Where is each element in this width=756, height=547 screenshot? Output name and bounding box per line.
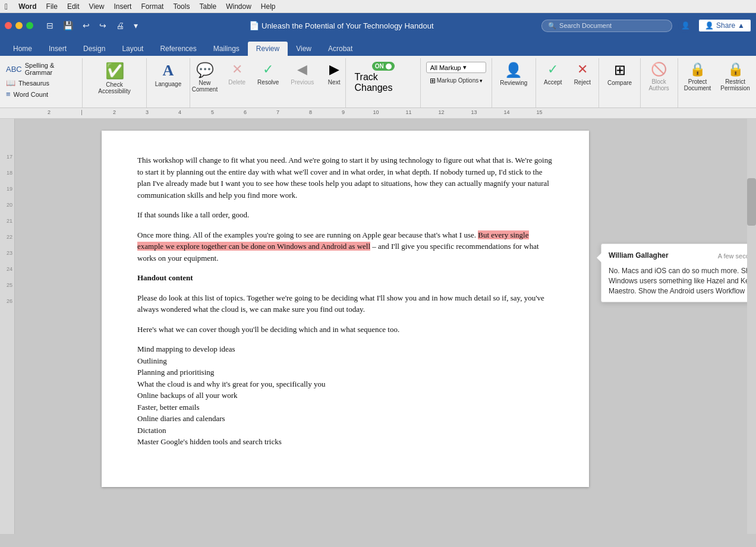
redo-button[interactable]: ↪: [96, 19, 110, 32]
ruler-num: 7: [262, 109, 294, 115]
protect-group: 🔒 ProtectDocument 🔒 RestrictPermission: [678, 58, 756, 107]
ruler-num: 9: [327, 109, 360, 115]
reviewing-buttons: 👤 Reviewing: [496, 59, 531, 104]
menu-tools[interactable]: Tools: [168, 1, 194, 12]
next-comment-button[interactable]: ▶ Next: [321, 59, 347, 88]
tab-design[interactable]: Design: [75, 42, 114, 56]
word-count-button[interactable]: ≡ Word Count: [4, 88, 78, 100]
tab-insert[interactable]: Insert: [40, 42, 75, 56]
ruler-num: 12: [425, 109, 458, 115]
minimize-button[interactable]: [15, 22, 23, 29]
sidebar-toggle-button[interactable]: ⊟: [43, 19, 57, 32]
vertical-scrollbar[interactable]: [747, 119, 756, 534]
line-num: 22: [0, 235, 14, 240]
tab-references[interactable]: References: [152, 42, 204, 56]
menu-help[interactable]: Help: [256, 1, 281, 12]
restrict-permission-button[interactable]: 🔒 RestrictPermission: [717, 59, 753, 94]
resolve-comment-button[interactable]: ✓ Resolve: [253, 59, 284, 88]
spelling-label: Spelling & Grammar: [25, 62, 76, 76]
toolbar-right: 🔍 Search Document 👤 👤 Share ▲: [541, 18, 751, 33]
close-button[interactable]: [5, 22, 12, 29]
compare-button[interactable]: ⊞ Compare: [604, 59, 635, 88]
maximize-button[interactable]: [26, 22, 33, 29]
reviewing-group: 👤 Reviewing: [492, 58, 536, 107]
reject-button[interactable]: ✕ Reject: [569, 59, 596, 88]
search-document-box[interactable]: 🔍 Search Document: [541, 20, 672, 32]
block-authors-icon: 🚫: [651, 62, 667, 77]
delete-comment-button[interactable]: ✕ Delete: [223, 59, 250, 88]
accept-icon: ✓: [547, 62, 558, 77]
accept-button[interactable]: ✓ Accept: [539, 59, 567, 88]
proofing-group: ABC Spelling & Grammar 📖 Thesaurus ≡ Wor…: [0, 58, 83, 107]
scrollbar-thumb[interactable]: [747, 178, 756, 226]
para3-before: Once more thing. All of the examples you…: [137, 230, 478, 239]
paragraph-6: Here's what we can cover though you'll b…: [137, 324, 553, 336]
track-changes-row: ON Track Changes: [351, 59, 415, 96]
menu-view[interactable]: View: [84, 1, 109, 12]
tab-layout[interactable]: Layout: [114, 42, 152, 56]
markup-options-button[interactable]: ⊞ Markup Options ▾: [426, 75, 487, 86]
reviewing-button[interactable]: 👤 Reviewing: [496, 59, 531, 88]
track-changes-toggle[interactable]: ON: [372, 62, 395, 71]
protect-document-icon: 🔒: [689, 62, 705, 77]
menu-format[interactable]: Format: [136, 1, 168, 12]
line-numbers: 17 18 19 20 21 22 23 24 25 26: [0, 119, 15, 534]
user-avatar[interactable]: 👤: [678, 18, 692, 33]
line-num: 26: [0, 299, 14, 304]
apple-menu[interactable]: : [5, 2, 8, 11]
spelling-icon: ABC: [6, 65, 22, 74]
line-num: 23: [0, 251, 14, 256]
menu-word[interactable]: Word: [14, 1, 41, 12]
ruler-num: |: [65, 109, 98, 115]
macos-menubar:  Word File Edit View Insert Format Tool…: [0, 0, 756, 13]
customize-quick-access[interactable]: ▾: [130, 19, 141, 32]
tab-mailings[interactable]: Mailings: [205, 42, 248, 56]
save-button[interactable]: 💾: [59, 19, 77, 32]
share-button[interactable]: 👤 Share ▲: [698, 19, 751, 32]
document-area: This workshop will change to fit what yo…: [15, 119, 747, 534]
next-comment-label: Next: [328, 79, 341, 86]
menu-window[interactable]: Window: [221, 1, 256, 12]
ruler-num: 6: [229, 109, 262, 115]
bullet-list: Mind mapping to develop ideas Outlining …: [137, 343, 553, 448]
block-authors-button[interactable]: 🚫 BlockAuthors: [645, 59, 672, 94]
menu-file[interactable]: File: [42, 1, 62, 12]
markup-group: All Markup ▾ ⊞ Markup Options ▾: [421, 58, 492, 107]
list-item: Planning and prioritising: [137, 366, 553, 378]
tab-acrobat[interactable]: Acrobat: [320, 42, 361, 56]
paragraph-3: Once more thing. All of the examples you…: [137, 229, 553, 264]
ruler-num: 2: [33, 109, 65, 115]
protect-document-button[interactable]: 🔒 ProtectDocument: [681, 59, 715, 94]
print-button[interactable]: 🖨: [112, 19, 128, 32]
menu-table[interactable]: Table: [194, 1, 221, 12]
thesaurus-icon: 📖: [6, 78, 15, 87]
new-comment-button[interactable]: 💬 NewComment: [188, 59, 221, 95]
undo-button[interactable]: ↩: [79, 19, 93, 32]
menu-edit[interactable]: Edit: [62, 1, 84, 12]
tab-view[interactable]: View: [288, 42, 320, 56]
block-authors-label: BlockAuthors: [648, 78, 669, 91]
markup-controls: All Markup ▾ ⊞ Markup Options ▾: [426, 59, 487, 86]
comments-group: 💬 NewComment ✕ Delete ✓ Resolve ◀ Previo…: [190, 58, 346, 107]
compare-label: Compare: [607, 80, 632, 86]
markup-dropdown[interactable]: All Markup ▾: [426, 62, 487, 73]
protect-document-label: ProtectDocument: [684, 78, 711, 91]
reviewing-label: Reviewing: [500, 80, 527, 86]
block-authors-group: 🚫 BlockAuthors: [641, 58, 678, 107]
spelling-grammar-button[interactable]: ABC Spelling & Grammar: [4, 61, 78, 77]
language-button[interactable]: A Language: [152, 59, 185, 90]
tab-review[interactable]: Review: [248, 42, 288, 56]
comment-header-right: A few seconds ago ↩: [718, 250, 747, 263]
toggle-label: ON: [375, 63, 384, 69]
list-item: Online diaries and calendars: [137, 413, 553, 425]
accept-reject-buttons: ✓ Accept ✕ Reject: [539, 59, 596, 104]
ruler-numbers: 2 | 2 3 4 5 6 7 8 9 10 11 12 13 14 15: [33, 109, 556, 115]
check-accessibility-button[interactable]: ✅ Check Accessibility: [89, 59, 141, 97]
next-icon: ▶: [329, 62, 339, 77]
thesaurus-button[interactable]: 📖 Thesaurus: [4, 77, 78, 88]
tab-home[interactable]: Home: [5, 42, 40, 56]
previous-comment-button[interactable]: ◀ Previous: [286, 59, 319, 88]
block-authors-buttons: 🚫 BlockAuthors: [645, 59, 672, 104]
track-changes-button[interactable]: ON Track Changes: [351, 59, 415, 96]
menu-insert[interactable]: Insert: [109, 1, 136, 12]
